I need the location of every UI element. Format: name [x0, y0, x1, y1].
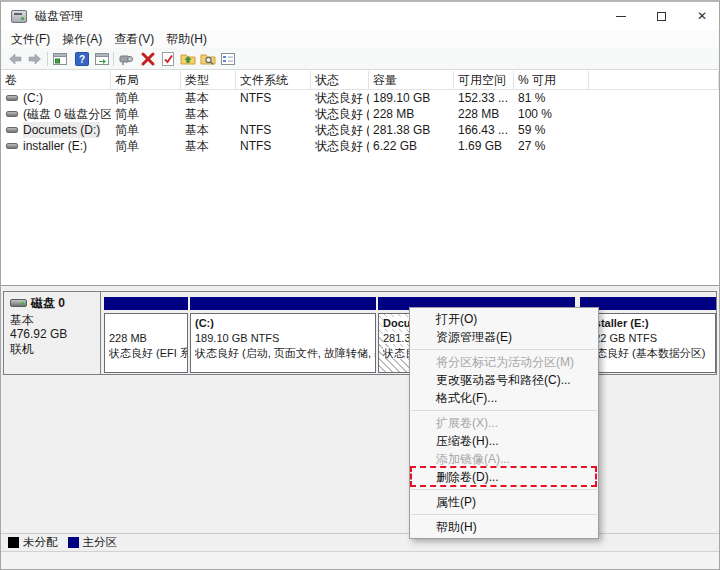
partition-status: 状态良好 (启动, 页面文件, 故障转储, 基本数据分区)	[195, 346, 375, 361]
column-header-capacity[interactable]: 容量	[369, 71, 454, 90]
legend-unallocated: 未分配	[8, 535, 58, 550]
details-view-icon[interactable]	[220, 51, 236, 67]
menu-item-open[interactable]: 打开(O)	[410, 310, 598, 328]
partition-size: 189.10 GB NTFS	[195, 331, 375, 346]
table-row[interactable]: (C:) 简单 基本 NTFS 状态良好 (... 189.10 GB 152.…	[1, 90, 719, 106]
window-title: 磁盘管理	[35, 8, 83, 25]
volume-name: Documets (D:)	[23, 122, 100, 138]
table-row[interactable]: (磁盘 0 磁盘分区 1) 简单 基本 状态良好 (... 228 MB 228…	[1, 106, 719, 122]
partition-name: installer (E:)	[585, 316, 715, 331]
menu-item-extend-volume: 扩展卷(X)...	[410, 414, 598, 432]
cell-percent-free: 100 %	[514, 106, 589, 122]
volume-icon	[6, 111, 18, 117]
volume-name: (C:)	[23, 90, 43, 106]
column-header-free-space[interactable]: 可用空间	[454, 71, 514, 90]
legend-label: 未分配	[23, 535, 58, 550]
volume-list-pane: 卷 布局 类型 文件系统 状态 容量 可用空间 % 可用 (C:) 简单 基本 …	[1, 70, 719, 286]
cell-filesystem: NTFS	[236, 122, 311, 138]
console-tree-icon[interactable]	[52, 51, 68, 67]
table-row-selected[interactable]: Documets (D:) 简单 基本 NTFS 状态良好 (... 281.3…	[1, 122, 719, 138]
search-folder-icon[interactable]	[200, 51, 216, 67]
table-row[interactable]: installer (E:) 简单 基本 NTFS 状态良好 (... 6.22…	[1, 138, 719, 154]
close-icon: ✕	[697, 10, 707, 22]
menu-item-shrink-volume[interactable]: 压缩卷(H)...	[410, 432, 598, 450]
menu-separator	[411, 514, 597, 515]
cell-status: 状态良好 (...	[311, 122, 369, 138]
cell-type: 基本	[181, 138, 236, 154]
column-header-status[interactable]: 状态	[311, 71, 369, 90]
help-icon[interactable]: ?	[74, 51, 90, 67]
cell-layout: 简单	[111, 138, 181, 154]
menu-item-delete-volume[interactable]: 删除卷(D)...	[410, 468, 598, 486]
cell-status: 状态良好 (...	[311, 90, 369, 106]
delete-icon[interactable]	[140, 51, 156, 67]
minimize-button[interactable]	[601, 2, 641, 30]
cell-filesystem	[236, 106, 311, 122]
status-strip	[1, 551, 719, 570]
disk-0-info[interactable]: 磁盘 0 基本 476.92 GB 联机	[4, 292, 101, 374]
cell-free-space: 1.69 GB	[454, 138, 514, 154]
menu-item-help[interactable]: 帮助(H)	[410, 518, 598, 536]
menu-file[interactable]: 文件(F)	[10, 31, 51, 48]
legend-bar: 未分配 主分区	[1, 533, 719, 551]
column-header-percent-free[interactable]: % 可用	[514, 71, 589, 90]
menu-separator	[411, 349, 597, 350]
forward-icon[interactable]	[27, 51, 43, 67]
cell-free-space: 152.33 ...	[454, 90, 514, 106]
menu-item-mark-active: 将分区标记为活动分区(M)	[410, 353, 598, 371]
cell-status: 状态良好 (...	[311, 106, 369, 122]
partition-c[interactable]: (C:) 189.10 GB NTFS 状态良好 (启动, 页面文件, 故障转储…	[190, 292, 376, 374]
cell-layout: 简单	[111, 90, 181, 106]
minimize-icon	[616, 16, 626, 17]
disk-size: 476.92 GB	[10, 327, 100, 342]
menu-item-add-mirror: 添加镜像(A)...	[410, 450, 598, 468]
partition-e[interactable]: installer (E:) 6.22 GB NTFS 状态良好 (基本数据分区…	[580, 292, 716, 374]
menu-view[interactable]: 查看(V)	[113, 31, 155, 48]
svg-text:?: ?	[79, 54, 85, 65]
primary-partition-bar	[580, 297, 716, 310]
cell-percent-free: 59 %	[514, 122, 589, 138]
menu-action[interactable]: 操作(A)	[61, 31, 103, 48]
menu-item-explorer[interactable]: 资源管理器(E)	[410, 328, 598, 346]
cell-free-space: 166.43 ...	[454, 122, 514, 138]
maximize-button[interactable]	[641, 2, 681, 30]
menu-item-properties[interactable]: 属性(P)	[410, 493, 598, 511]
cell-filesystem: NTFS	[236, 138, 311, 154]
menu-item-change-drive-letter[interactable]: 更改驱动器号和路径(C)...	[410, 371, 598, 389]
column-header-type[interactable]: 类型	[181, 71, 236, 90]
volume-icon	[6, 143, 18, 149]
volume-name: (磁盘 0 磁盘分区 1)	[23, 106, 111, 122]
column-header-volume[interactable]: 卷	[1, 71, 111, 90]
partition-size: 6.22 GB NTFS	[585, 331, 715, 346]
column-header-filesystem[interactable]: 文件系统	[236, 71, 311, 90]
menu-help[interactable]: 帮助(H)	[165, 31, 208, 48]
close-button[interactable]: ✕	[682, 2, 720, 30]
menu-item-format[interactable]: 格式化(F)...	[410, 389, 598, 407]
volume-icon	[6, 95, 18, 101]
cell-layout: 简单	[111, 106, 181, 122]
export-folder-icon[interactable]	[180, 51, 196, 67]
disk-0-row: 磁盘 0 基本 476.92 GB 联机 228 MB 状态良好 (EFI 系统…	[3, 291, 717, 375]
partition-efi[interactable]: 228 MB 状态良好 (EFI 系统分区)	[104, 292, 188, 374]
legend-label: 主分区	[83, 535, 118, 550]
action-pane-icon[interactable]	[94, 51, 110, 67]
primary-partition-swatch	[68, 537, 79, 548]
device-icon[interactable]	[118, 51, 134, 67]
menu-separator	[411, 410, 597, 411]
graphical-view-pane: 磁盘 0 基本 476.92 GB 联机 228 MB 状态良好 (EFI 系统…	[1, 286, 719, 570]
back-icon[interactable]	[7, 51, 23, 67]
toolbar: ?	[1, 48, 719, 70]
disk-management-window: 磁盘管理 ✕ 文件(F) 操作(A) 查看(V) 帮助(H) ?	[0, 0, 720, 570]
cell-filesystem: NTFS	[236, 90, 311, 106]
column-header-layout[interactable]: 布局	[111, 71, 181, 90]
legend-primary-partition: 主分区	[68, 535, 118, 550]
context-menu: 打开(O) 资源管理器(E) 将分区标记为活动分区(M) 更改驱动器号和路径(C…	[409, 307, 599, 539]
cell-percent-free: 27 %	[514, 138, 589, 154]
volume-list-header: 卷 布局 类型 文件系统 状态 容量 可用空间 % 可用	[1, 71, 719, 90]
title-bar: 磁盘管理 ✕	[1, 2, 719, 30]
disk-icon	[10, 299, 27, 307]
properties-check-icon[interactable]	[160, 51, 176, 67]
partition-status: 状态良好 (EFI 系统分区)	[109, 346, 187, 361]
disk-name: 磁盘 0	[31, 296, 65, 311]
menu-bar: 文件(F) 操作(A) 查看(V) 帮助(H)	[1, 30, 719, 48]
